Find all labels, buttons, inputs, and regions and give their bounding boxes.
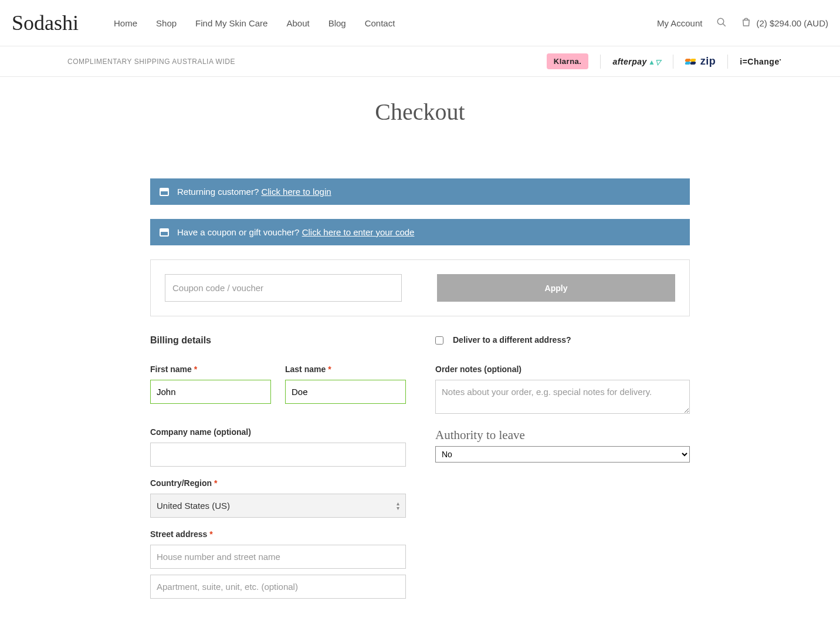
nav-about[interactable]: About [286,18,309,28]
order-notes-textarea[interactable] [435,380,690,414]
cart-link[interactable]: (2) $294.00 (AUD) [741,17,828,29]
deliver-different-label: Deliver to a different address? [453,335,571,345]
klarna-logo: Klarna. [547,53,589,69]
site-logo[interactable]: Sodashi [12,11,79,35]
login-link[interactable]: Click here to login [261,187,331,197]
deliver-different-checkbox[interactable] [435,336,443,345]
main-content: Checkout Returning customer? Click here … [150,77,690,610]
returning-prompt: Returning customer? [177,187,261,197]
coupon-form: Apply [150,259,690,316]
last-name-input[interactable] [285,380,406,404]
company-input[interactable] [150,443,406,467]
main-nav: Home Shop Find My Skin Care About Blog C… [114,18,395,28]
coupon-notice: Have a coupon or gift voucher? Click her… [150,219,690,245]
enter-coupon-link[interactable]: Click here to enter your code [302,227,415,237]
billing-heading: Billing details [150,335,406,346]
street-address-1-input[interactable] [150,545,406,569]
nav-home[interactable]: Home [114,18,137,28]
shipping-text: COMPLIMENTARY SHIPPING AUSTRALIA WIDE [67,58,235,66]
coupon-prompt: Have a coupon or gift voucher? [177,227,302,237]
my-account-link[interactable]: My Account [657,18,703,28]
search-icon[interactable] [716,17,727,29]
window-icon [160,228,169,237]
header-right: My Account (2) $294.00 (AUD) [657,17,828,29]
country-select[interactable]: United States (US) ▴▾ [150,494,406,518]
authority-to-leave-heading: Authority to leave [435,428,690,443]
afterpay-logo: afterpay▲▽ [612,57,661,66]
svg-point-0 [718,18,724,25]
nav-blog[interactable]: Blog [328,18,346,28]
first-name-label: First name * [150,365,271,374]
cart-total: (2) $294.00 (AUD) [756,18,828,28]
country-label: Country/Region * [150,478,406,488]
divider [600,55,601,69]
divider [727,55,728,69]
shipping-section: Deliver to a different address? Order no… [435,335,690,610]
billing-section: Billing details First name * Last name *… [150,335,406,610]
nav-shop[interactable]: Shop [156,18,177,28]
country-value: United States (US) [157,501,230,511]
svg-line-1 [723,23,726,26]
first-name-input[interactable] [150,380,271,404]
nav-contact[interactable]: Contact [365,18,395,28]
street-label: Street address * [150,529,406,539]
nav-find-my-skin-care[interactable]: Find My Skin Care [195,18,267,28]
promo-bar: COMPLIMENTARY SHIPPING AUSTRALIA WIDE Kl… [0,46,840,77]
window-icon [160,188,169,196]
divider [673,55,673,69]
returning-customer-notice: Returning customer? Click here to login [150,178,690,205]
last-name-label: Last name * [285,365,406,374]
ichange-logo: i=Change• [740,57,781,66]
page-title: Checkout [150,98,690,126]
bag-icon [741,17,751,29]
coupon-input[interactable] [165,274,402,302]
street-address-2-input[interactable] [150,575,406,599]
header: Sodashi Home Shop Find My Skin Care Abou… [0,0,840,46]
chevron-updown-icon: ▴▾ [397,501,399,511]
company-label: Company name (optional) [150,427,406,437]
apply-coupon-button[interactable]: Apply [437,274,675,302]
order-notes-label: Order notes (optional) [435,365,690,374]
zip-logo: zip [685,55,716,68]
authority-to-leave-select[interactable]: No [435,446,690,463]
payment-logos: Klarna. afterpay▲▽ zip i=Change• [547,53,781,69]
